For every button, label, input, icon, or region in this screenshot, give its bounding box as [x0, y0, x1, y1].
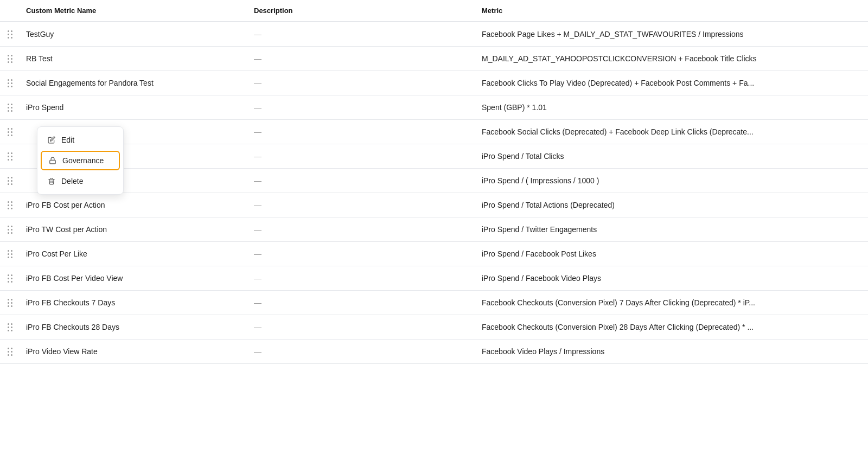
metric-formula-cell: M_DAILY_AD_STAT_YAHOOPOSTCLICKCONVERSION… — [473, 47, 868, 71]
metric-formula-cell: iPro Spend / Total Clicks — [473, 144, 868, 169]
context-menu: EditGovernanceDelete — [37, 126, 124, 195]
col-metric-header: Metric — [473, 0, 868, 22]
metric-description-cell: — — [245, 95, 473, 120]
svg-rect-0 — [50, 160, 56, 163]
description-dash: — — [254, 176, 261, 185]
description-dash: — — [254, 79, 261, 87]
drag-handle[interactable] — [0, 266, 17, 291]
drag-handle[interactable] — [0, 242, 17, 266]
drag-handle[interactable] — [0, 169, 17, 193]
metric-formula-cell: iPro Spend / ( Impressions / 1000 ) — [473, 169, 868, 193]
menu-item-label: Delete — [61, 177, 83, 185]
description-dash: — — [254, 347, 261, 356]
drag-dots-icon — [4, 30, 15, 39]
metric-name-cell: iPro Cost Per Like — [17, 242, 245, 266]
metric-description-cell: — — [245, 340, 473, 364]
drag-handle[interactable] — [0, 217, 17, 242]
drag-dots-icon — [4, 323, 15, 331]
metric-formula-cell: Facebook Checkouts (Conversion Pixel) 28… — [473, 315, 868, 340]
menu-item-label: Edit — [61, 136, 74, 144]
col-drag-header — [0, 0, 17, 22]
metric-formula-cell: iPro Spend / Facebook Post Likes — [473, 242, 868, 266]
drag-handle[interactable] — [0, 22, 17, 47]
metric-description-cell: — — [245, 242, 473, 266]
description-dash: — — [254, 30, 261, 39]
drag-dots-icon — [4, 55, 15, 63]
description-dash: — — [254, 201, 261, 209]
metric-name-cell: iPro TW Cost per Action — [17, 217, 245, 242]
metric-name-cell: Social Engagements for Pandora Test — [17, 71, 245, 95]
drag-handle[interactable] — [0, 47, 17, 71]
metric-formula-cell: iPro Spend / Twitter Engagements — [473, 217, 868, 242]
drag-handle[interactable] — [0, 340, 17, 364]
table-row: Social Engagements for Pandora Test—Face… — [0, 71, 868, 95]
metric-description-cell: — — [245, 169, 473, 193]
lock-icon — [48, 156, 57, 165]
metric-formula-cell: Spent (GBP) * 1.01 — [473, 95, 868, 120]
table-row: iPro FB Checkouts 28 Days—Facebook Check… — [0, 315, 868, 340]
metric-description-cell: — — [245, 22, 473, 47]
col-name-header: Custom Metric Name — [17, 0, 245, 22]
context-menu-item-delete[interactable]: Delete — [37, 171, 123, 191]
context-menu-item-edit[interactable]: Edit — [37, 130, 123, 150]
table-row: iPro FB Checkouts 7 Days—Facebook Checko… — [0, 291, 868, 315]
drag-handle[interactable] — [0, 144, 17, 169]
drag-dots-icon — [4, 79, 15, 87]
table-header-row: Custom Metric Name Description Metric — [0, 0, 868, 22]
table-row: iPro Video View Rate—Facebook Video Play… — [0, 340, 868, 364]
description-dash: — — [254, 103, 261, 112]
drag-dots-icon — [4, 226, 15, 234]
drag-dots-icon — [4, 104, 15, 112]
table-row: EditGovernanceDelete—Facebook Social Cli… — [0, 120, 868, 144]
metric-description-cell: — — [245, 144, 473, 169]
metric-description-cell: — — [245, 217, 473, 242]
metric-name-cell: EditGovernanceDelete — [17, 120, 245, 144]
drag-handle[interactable] — [0, 315, 17, 340]
drag-handle[interactable] — [0, 291, 17, 315]
metric-name-cell: iPro FB Checkouts 28 Days — [17, 315, 245, 340]
metric-name-cell: iPro Spend — [17, 95, 245, 120]
drag-handle[interactable] — [0, 193, 17, 217]
description-dash: — — [254, 323, 261, 331]
drag-handle[interactable] — [0, 95, 17, 120]
drag-dots-icon — [4, 201, 15, 209]
drag-dots-icon — [4, 299, 15, 307]
metrics-table-container: Custom Metric Name Description Metric Te… — [0, 0, 868, 364]
drag-dots-icon — [4, 274, 15, 283]
description-dash: — — [254, 274, 261, 283]
table-row: iPro FB Cost Per Video View—iPro Spend /… — [0, 266, 868, 291]
table-row: iPro Cost Per Like—iPro Spend / Facebook… — [0, 242, 868, 266]
table-row: —iPro Spend / Total Clicks — [0, 144, 868, 169]
metric-formula-cell: iPro Spend / Facebook Video Plays — [473, 266, 868, 291]
description-dash: — — [254, 225, 261, 234]
menu-item-label: Governance — [62, 156, 104, 165]
metric-formula-cell: Facebook Checkouts (Conversion Pixel) 7 … — [473, 291, 868, 315]
metric-name-cell: iPro FB Cost Per Video View — [17, 266, 245, 291]
description-dash: — — [254, 249, 261, 258]
metric-formula-cell: Facebook Video Plays / Impressions — [473, 340, 868, 364]
drag-handle[interactable] — [0, 120, 17, 144]
metric-name-cell: RB Test — [17, 47, 245, 71]
context-menu-item-governance[interactable]: Governance — [41, 151, 120, 170]
metric-name-cell: iPro FB Cost per Action — [17, 193, 245, 217]
metric-name-cell: TestGuy — [17, 22, 245, 47]
pencil-icon — [47, 136, 56, 144]
metric-formula-cell: Facebook Page Likes + M_DAILY_AD_STAT_TW… — [473, 22, 868, 47]
description-dash: — — [254, 54, 261, 63]
description-dash: — — [254, 152, 261, 161]
metric-name-cell: iPro Video View Rate — [17, 340, 245, 364]
metric-formula-cell: Facebook Social Clicks (Deprecated) + Fa… — [473, 120, 868, 144]
drag-handle[interactable] — [0, 71, 17, 95]
trash-icon — [47, 177, 56, 185]
drag-dots-icon — [4, 152, 15, 161]
drag-dots-icon — [4, 177, 15, 185]
table-row: —iPro Spend / ( Impressions / 1000 ) — [0, 169, 868, 193]
drag-dots-icon — [4, 128, 15, 136]
metric-description-cell: — — [245, 47, 473, 71]
metric-description-cell: — — [245, 315, 473, 340]
metric-name-cell: iPro FB Checkouts 7 Days — [17, 291, 245, 315]
description-dash: — — [254, 127, 261, 136]
metric-formula-cell: Facebook Clicks To Play Video (Deprecate… — [473, 71, 868, 95]
metric-formula-cell: iPro Spend / Total Actions (Deprecated) — [473, 193, 868, 217]
table-row: iPro Spend—Spent (GBP) * 1.01 — [0, 95, 868, 120]
